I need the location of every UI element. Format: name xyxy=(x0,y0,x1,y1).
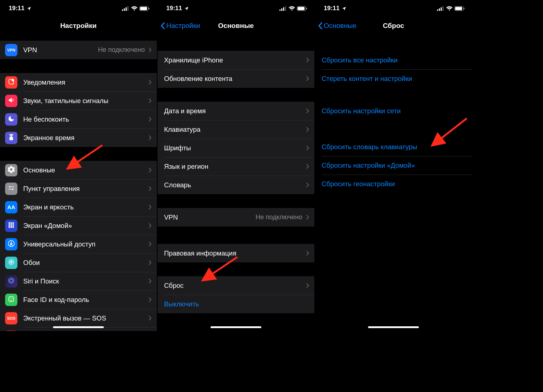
svg-rect-19 xyxy=(9,226,10,228)
svg-rect-47 xyxy=(306,8,307,9)
chevron-right-icon xyxy=(148,135,152,140)
access-icon xyxy=(8,240,15,249)
row-label: Экран и яркость xyxy=(23,203,148,211)
settings-row[interactable]: Экранное время xyxy=(0,128,157,147)
settings-row[interactable]: SOSЭкстренный вызов — SOS xyxy=(0,309,157,327)
general-row[interactable]: Шрифты xyxy=(158,139,314,157)
settings-row[interactable]: Основные xyxy=(0,161,157,179)
general-row[interactable]: Дата и время xyxy=(158,102,314,120)
home-indicator[interactable] xyxy=(53,326,104,328)
reset-row[interactable]: Сбросить настройки «Домой» xyxy=(315,156,472,175)
cellular-icon xyxy=(279,6,287,11)
row-label: Основные xyxy=(23,166,148,174)
row-icon xyxy=(5,294,17,306)
display-icon-text: AA xyxy=(7,204,15,210)
chevron-right-icon xyxy=(148,223,152,228)
svg-point-11 xyxy=(12,188,13,190)
chevron-right-icon xyxy=(148,204,152,210)
reset-row[interactable]: Сбросить словарь клавиатуры xyxy=(315,138,472,156)
settings-row[interactable]: AAЭкран и яркость xyxy=(0,198,157,216)
row-label: Сбросить настройки «Домой» xyxy=(322,162,415,170)
home-indicator[interactable] xyxy=(211,326,261,328)
row-label: Клавиатура xyxy=(164,126,306,134)
row-label: Дата и время xyxy=(164,107,306,115)
general-row[interactable]: Клавиатура xyxy=(158,120,314,139)
chevron-right-icon xyxy=(148,260,152,265)
status-time: 19:11 xyxy=(166,5,182,12)
svg-rect-52 xyxy=(442,6,444,11)
status-bar: 19:11 xyxy=(158,0,314,17)
back-button[interactable]: Настройки xyxy=(160,17,200,35)
general-row[interactable]: Хранилище iPhone xyxy=(158,51,314,69)
general-icon xyxy=(7,166,15,175)
reset-row[interactable]: Сбросить все настройки xyxy=(315,51,472,69)
location-icon xyxy=(26,6,31,11)
settings-row[interactable]: Звуки, тактильные сигналы xyxy=(0,91,157,110)
general-row-legal[interactable]: Правовая информация xyxy=(158,244,314,262)
svg-rect-18 xyxy=(12,224,14,225)
row-icon xyxy=(5,132,17,144)
chevron-right-icon xyxy=(148,297,152,302)
reset-row[interactable]: Стереть контент и настройки xyxy=(315,69,472,88)
chevron-right-icon xyxy=(306,76,309,81)
svg-rect-46 xyxy=(298,7,305,10)
screen-icon xyxy=(8,134,15,142)
cellular-icon xyxy=(122,6,129,11)
svg-point-27 xyxy=(10,279,13,282)
reset-row[interactable]: Сбросить настройки сети xyxy=(315,102,472,120)
general-row-shutdown[interactable]: Выключить xyxy=(158,295,314,313)
status-time: 19:11 xyxy=(324,5,339,12)
general-row-reset[interactable]: Сброс xyxy=(158,276,314,295)
settings-row[interactable]: Уведомления xyxy=(0,73,157,91)
row-label: VPN xyxy=(164,213,256,221)
row-label: Сбросить все настройки xyxy=(322,56,397,64)
row-icon xyxy=(5,164,17,176)
status-bar: 19:11 xyxy=(0,0,157,17)
settings-row[interactable]: Универсальный доступ xyxy=(0,235,157,253)
general-row[interactable]: Словарь xyxy=(158,176,314,194)
svg-rect-44 xyxy=(285,6,286,11)
chevron-right-icon xyxy=(148,186,152,191)
vpn-icon: VPN xyxy=(5,44,17,56)
control-icon xyxy=(8,184,15,193)
chevron-right-icon xyxy=(148,278,152,284)
settings-row[interactable]: Обои xyxy=(0,253,157,272)
svg-rect-51 xyxy=(441,7,442,11)
general-row[interactable]: Обновление контента xyxy=(158,69,314,88)
svg-rect-20 xyxy=(11,226,12,228)
face-icon xyxy=(8,295,15,304)
row-icon xyxy=(5,113,17,126)
svg-rect-13 xyxy=(9,222,10,224)
svg-rect-49 xyxy=(437,9,438,11)
battery-icon xyxy=(297,6,307,11)
row-label: Обновление контента xyxy=(164,75,306,83)
siri-icon xyxy=(8,277,15,286)
chevron-left-icon xyxy=(318,22,323,30)
settings-row-vpn[interactable]: VPN VPN Не подключено xyxy=(0,41,157,59)
wifi-icon xyxy=(289,6,295,11)
settings-row[interactable]: Не беспокоить xyxy=(0,110,157,128)
reset-row[interactable]: Сбросить геонастройки xyxy=(315,175,472,193)
page-title: Настройки xyxy=(60,22,97,30)
row-label: Словарь xyxy=(164,181,306,189)
settings-row[interactable]: Siri и Поиск xyxy=(0,272,157,290)
row-label: Пункт управления xyxy=(23,185,148,193)
svg-point-25 xyxy=(11,261,12,262)
settings-row[interactable]: Face ID и код-пароль xyxy=(0,290,157,309)
general-row[interactable]: Язык и регион xyxy=(158,157,314,176)
battery-icon xyxy=(454,6,465,11)
row-label: Звуки, тактильные сигналы xyxy=(23,97,148,105)
row-label: Экстренный вызов — SOS xyxy=(23,314,148,322)
chevron-right-icon xyxy=(306,145,309,151)
settings-row[interactable]: Экран «Домой» xyxy=(0,216,157,235)
back-button[interactable]: Основные xyxy=(318,17,356,35)
notif-icon xyxy=(8,78,15,87)
general-row-vpn[interactable]: VPN Не подключено xyxy=(158,208,314,226)
row-icon xyxy=(5,257,17,269)
home-indicator[interactable] xyxy=(368,326,419,328)
chevron-right-icon xyxy=(148,117,152,122)
row-label: Не беспокоить xyxy=(23,115,148,123)
settings-row[interactable]: Пункт управления xyxy=(0,179,157,198)
svg-rect-3 xyxy=(127,6,128,11)
svg-rect-21 xyxy=(12,226,14,228)
